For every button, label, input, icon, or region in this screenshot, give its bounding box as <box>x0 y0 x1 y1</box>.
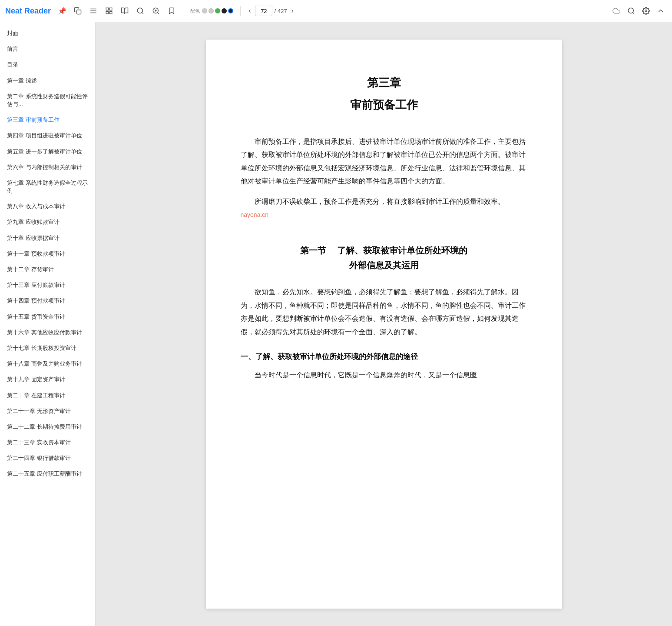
main-area: 封面 前言 目录 第一章 综述 第二章 系统性财务造假可能性评估与... 第三章… <box>0 22 672 626</box>
separator <box>183 6 183 16</box>
sidebar-item-ch16[interactable]: 第十六章 其他应收应付款审计 <box>0 325 95 340</box>
page-separator: / <box>274 8 276 14</box>
sidebar-item-ch12[interactable]: 第十二章 存货审计 <box>0 262 95 277</box>
sidebar-item-ch14[interactable]: 第十四章 预付款项审计 <box>0 293 95 309</box>
book-icon[interactable] <box>119 5 131 17</box>
right-toolbar <box>610 5 667 17</box>
subsection1-paragraph-1: 当今时代是一个信息时代，它既是一个信息爆炸的时代，又是一个信息匮 <box>241 369 527 382</box>
svg-point-8 <box>137 8 142 13</box>
theme-dot-1[interactable] <box>202 8 207 13</box>
sidebar-item-ch21[interactable]: 第二十一章 无形资产审计 <box>0 403 95 419</box>
section-1-title-line2: 外部信息及其运用 <box>241 258 527 273</box>
section-1-title: 第一节 了解、获取被审计单位所处环境的 外部信息及其运用 <box>241 243 527 273</box>
sidebar-item-ch18[interactable]: 第十八章 商誉及并购业务审计 <box>0 356 95 372</box>
sidebar-item-ch4[interactable]: 第四章 项目组进驻被审计单位 <box>0 128 95 143</box>
svg-rect-6 <box>106 12 108 14</box>
sidebar-item-ch23[interactable]: 第二十三章 实收资本审计 <box>0 435 95 450</box>
svg-rect-4 <box>106 8 108 10</box>
grid-icon[interactable] <box>103 5 115 17</box>
sidebar-item-ch8[interactable]: 第八章 收入与成本审计 <box>0 199 95 214</box>
sidebar-item-ch17[interactable]: 第十七章 长期股权投资审计 <box>0 340 95 356</box>
sidebar-item-ch5[interactable]: 第五章 进一步了解被审计单位 <box>0 144 95 160</box>
theme-dot-5[interactable] <box>228 8 233 13</box>
search-right-icon[interactable] <box>625 5 637 17</box>
toolbar: Neat Reader 📌 配色 ‹ 72 / 427 › <box>0 0 672 22</box>
svg-rect-7 <box>110 12 112 14</box>
paragraph-2: 所谓磨刀不误砍柴工，预备工作是否充分，将直接影响到审计工作的质量和效率。nayo… <box>241 195 527 222</box>
sidebar-item-ch20[interactable]: 第二十章 在建工程审计 <box>0 388 95 403</box>
search-icon[interactable] <box>134 5 146 17</box>
sidebar-item-ch22[interactable]: 第二十二章 长期待摊费用审计 <box>0 419 95 435</box>
menu-icon[interactable] <box>87 5 99 17</box>
bookmark-icon[interactable] <box>166 5 178 17</box>
page-number-input[interactable]: 72 <box>255 6 272 16</box>
paragraph-1: 审前预备工作，是指项目承接后、进驻被审计单位现场审计前所做的准备工作，主要包括了… <box>241 135 527 188</box>
pin-icon[interactable]: 📌 <box>56 5 68 17</box>
sidebar-item-ch7[interactable]: 第七章 系统性财务造假全过程示例 <box>0 175 95 199</box>
sidebar-item-ch11[interactable]: 第十一章 预收款项审计 <box>0 246 95 262</box>
watermark: nayona.cn <box>241 211 269 218</box>
page: 第三章 审前预备工作 审前预备工作，是指项目承接后、进驻被审计单位现场审计前所做… <box>206 40 562 609</box>
book-content-area[interactable]: 第三章 审前预备工作 审前预备工作，是指项目承接后、进驻被审计单位现场审计前所做… <box>96 22 672 626</box>
chapter-number: 第三章 <box>241 74 527 91</box>
svg-line-15 <box>632 12 634 13</box>
sidebar-item-ch9[interactable]: 第九章 应收账款审计 <box>0 214 95 230</box>
sidebar-item-ch10[interactable]: 第十章 应收票据审计 <box>0 230 95 246</box>
settings-icon[interactable] <box>640 5 652 17</box>
zoom-search-icon[interactable] <box>150 5 162 17</box>
page-navigation: ‹ 72 / 427 › <box>246 6 296 16</box>
app-title: Neat Reader <box>5 7 51 16</box>
sidebar-item-preface[interactable]: 前言 <box>0 41 95 57</box>
sidebar-item-ch13[interactable]: 第十三章 应付账款审计 <box>0 277 95 293</box>
theme-selector: 配色 <box>190 8 233 14</box>
sidebar: 封面 前言 目录 第一章 综述 第二章 系统性财务造假可能性评估与... 第三章… <box>0 22 96 626</box>
svg-line-9 <box>142 12 143 13</box>
chapter-title: 审前预备工作 <box>241 97 527 113</box>
next-page-button[interactable]: › <box>289 6 296 16</box>
theme-dot-3[interactable] <box>215 8 220 13</box>
sidebar-item-ch19[interactable]: 第十九章 固定资产审计 <box>0 372 95 387</box>
paragraph-2-text: 所谓磨刀不误砍柴工，预备工作是否充分，将直接影响到审计工作的质量和效率。 <box>255 198 505 205</box>
sidebar-item-ch1[interactable]: 第一章 综述 <box>0 73 95 89</box>
cloud-icon[interactable] <box>610 5 622 17</box>
sidebar-item-ch6[interactable]: 第六章 与内部控制相关的审计 <box>0 160 95 175</box>
svg-point-16 <box>645 10 647 12</box>
sidebar-item-ch3[interactable]: 第三章 审前预备工作 <box>0 112 95 128</box>
sidebar-item-toc[interactable]: 目录 <box>0 57 95 73</box>
section1-paragraph-1: 欲知鱼，必先知水。要想钓到鱼，必须得先了解鱼；要想了解鱼，必须得先了解水。因为，… <box>241 286 527 339</box>
copy-icon[interactable] <box>72 5 84 17</box>
section-1-title-line1: 第一节 了解、获取被审计单位所处环境的 <box>241 243 527 258</box>
sidebar-item-cover[interactable]: 封面 <box>0 26 95 41</box>
page-total: 427 <box>278 8 287 14</box>
sidebar-item-ch25[interactable]: 第二十五章 应付职工薪酬审计 <box>0 466 95 482</box>
theme-dot-2[interactable] <box>209 8 214 13</box>
subsection-1-title: 一、了解、获取被审计单位所处环境的外部信息的途径 <box>241 352 527 362</box>
theme-label: 配色 <box>190 8 200 14</box>
separator2 <box>240 6 241 16</box>
sidebar-item-ch2[interactable]: 第二章 系统性财务造假可能性评估与... <box>0 89 95 112</box>
svg-rect-5 <box>110 8 112 10</box>
sidebar-item-ch15[interactable]: 第十五章 货币资金审计 <box>0 309 95 325</box>
svg-line-11 <box>158 12 159 13</box>
collapse-icon[interactable] <box>655 5 667 17</box>
svg-rect-0 <box>77 10 81 14</box>
svg-point-14 <box>628 8 633 13</box>
theme-dot-4[interactable] <box>222 8 227 13</box>
prev-page-button[interactable]: ‹ <box>246 6 253 16</box>
sidebar-item-ch24[interactable]: 第二十四章 银行借款审计 <box>0 450 95 466</box>
